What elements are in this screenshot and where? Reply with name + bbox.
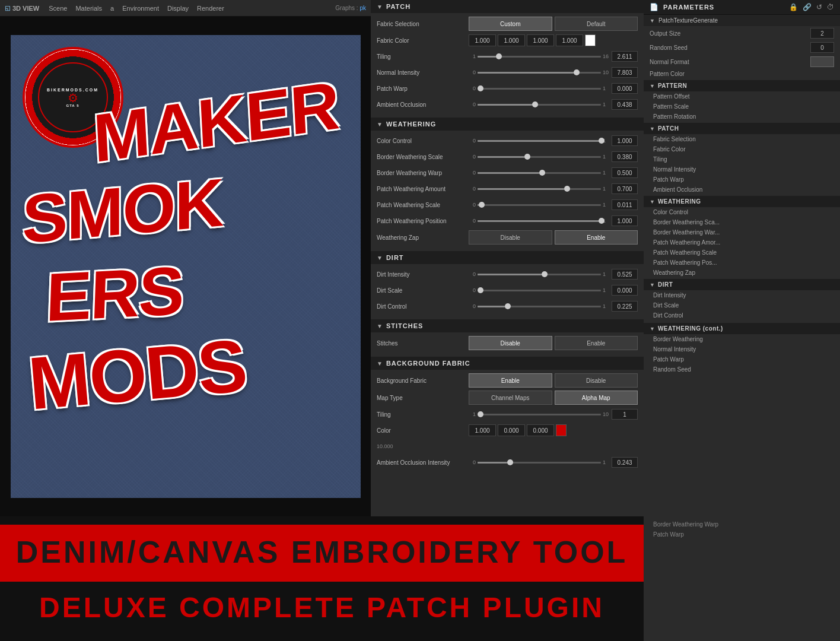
param-weather-zap[interactable]: Weathering Zap (644, 268, 840, 278)
normal-track[interactable] (478, 72, 601, 74)
normal-value[interactable]: 7.803 (612, 67, 638, 78)
bg-ambient-thumb[interactable] (507, 459, 513, 465)
patch-scale-track[interactable] (478, 204, 601, 206)
dirt-int-track[interactable] (478, 274, 601, 275)
weathering-section-header[interactable]: ▼ WEATHERING (371, 118, 644, 131)
nav-scene[interactable]: Scene (49, 5, 67, 12)
fabric-color-a[interactable] (556, 34, 583, 46)
dirt-scale-thumb[interactable] (478, 287, 483, 293)
pattern-rotation-item[interactable]: Pattern Rotation (644, 112, 840, 122)
param-normal-int[interactable]: Normal Intensity (644, 164, 840, 174)
link-icon[interactable]: 🔗 (803, 3, 812, 11)
param-normal-intensity2[interactable]: Normal Intensity (644, 344, 840, 354)
bg-tiling-track[interactable] (478, 414, 601, 415)
fabric-color-r[interactable] (469, 34, 496, 46)
stitches-section-header[interactable]: ▼ STITCHES (371, 319, 644, 332)
param-pattern-header[interactable]: ▼ PATTERN (644, 80, 840, 91)
dirt-scale-track[interactable] (478, 290, 601, 291)
nav-display[interactable]: Display (167, 5, 189, 12)
param-fabric-col[interactable]: Fabric Color (644, 144, 840, 154)
stitches-enable-btn[interactable]: Enable (555, 336, 638, 350)
dirt-int-value[interactable]: 0.525 (612, 269, 638, 280)
param-dirt-ctrl[interactable]: Dirt Control (644, 310, 840, 320)
border-scale-value[interactable]: 0.380 (612, 151, 638, 162)
bg-ambient-value[interactable]: 0.243 (612, 457, 638, 468)
border-warp-value[interactable]: 0.500 (612, 167, 638, 178)
param-patch-sca[interactable]: Patch Weathering Scale (644, 247, 840, 258)
color-ctrl-track[interactable] (478, 140, 601, 142)
border-scale-track[interactable] (478, 156, 601, 158)
param-dirt-sca[interactable]: Dirt Scale (644, 300, 840, 310)
patch-pos-value[interactable]: 1.000 (612, 215, 638, 226)
param-ambient-occ[interactable]: Ambient Occlusion (644, 185, 840, 195)
param-border-weathering[interactable]: Border Weathering (644, 334, 840, 344)
ambient-track[interactable] (478, 104, 601, 106)
param-patch-amo[interactable]: Patch Weathering Amor... (644, 237, 840, 247)
dirt-ctrl-track[interactable] (478, 306, 601, 307)
param-border-war[interactable]: Border Weathering War... (644, 227, 840, 237)
patch-amount-value[interactable]: 0.700 (612, 183, 638, 194)
patch-warp-value[interactable]: 0.000 (612, 83, 638, 94)
bg-tiling-value[interactable]: 1 (612, 409, 638, 420)
patch-pos-track[interactable] (478, 220, 601, 222)
patch-amount-thumb[interactable] (564, 186, 570, 192)
dirt-int-thumb[interactable] (542, 271, 548, 277)
fabric-color-b[interactable] (527, 34, 554, 46)
param-patch-warp[interactable]: Patch Warp (644, 174, 840, 185)
history-icon[interactable]: ⏱ (827, 3, 834, 11)
bg-color-g[interactable] (498, 424, 525, 436)
fabric-default-btn[interactable]: Default (555, 17, 638, 31)
param-patch-pos[interactable]: Patch Weathering Pos... (644, 258, 840, 268)
nav-a[interactable]: a (110, 5, 114, 12)
tiling-track[interactable] (478, 56, 601, 58)
bg-color-r[interactable] (469, 424, 496, 436)
fabric-color-g[interactable] (498, 34, 525, 46)
params-node-collapse[interactable]: ▼ (650, 18, 655, 24)
dirt-ctrl-value[interactable]: 0.225 (612, 301, 638, 312)
normal-thumb[interactable] (574, 69, 580, 75)
pattern-scale-item[interactable]: Pattern Scale (644, 101, 840, 112)
border-warp-thumb[interactable] (539, 170, 545, 176)
param-border-sca[interactable]: Border Weathering Sca... (644, 217, 840, 227)
param-tiling[interactable]: Tiling (644, 154, 840, 164)
random-seed-value[interactable]: 0 (810, 42, 834, 53)
zap-disable-btn[interactable]: Disable (469, 230, 552, 245)
border-scale-thumb[interactable] (524, 154, 530, 160)
bg-disable-btn[interactable]: Disable (555, 373, 638, 388)
border-warp-track[interactable] (478, 172, 601, 174)
dirt-ctrl-thumb[interactable] (505, 303, 511, 309)
param-dirt-header[interactable]: ▼ DIRT (644, 279, 840, 290)
refresh-icon[interactable]: ↺ (816, 3, 822, 11)
lock-icon[interactable]: 🔒 (789, 3, 798, 11)
zap-enable-btn[interactable]: Enable (555, 230, 638, 245)
nav-renderer[interactable]: Renderer (197, 5, 224, 12)
pattern-offset-item[interactable]: Pattern Offset (644, 91, 840, 101)
ambient-thumb[interactable] (532, 101, 538, 107)
patch-warp-thumb[interactable] (478, 85, 483, 91)
param-patch-header[interactable]: ▼ PATCH (644, 123, 840, 134)
stitches-disable-btn[interactable]: Disable (469, 336, 552, 350)
normal-format-value[interactable] (810, 56, 834, 67)
bg-color-b[interactable] (527, 424, 554, 436)
tiling-value[interactable]: 2.611 (612, 51, 638, 62)
bg-enable-btn[interactable]: Enable (469, 373, 552, 388)
param-bottom-2[interactable]: Patch Warp (644, 529, 840, 540)
patch-amount-track[interactable] (478, 188, 601, 190)
param-fabric-sel[interactable]: Fabric Selection (644, 134, 840, 144)
fabric-custom-btn[interactable]: Custom (469, 17, 552, 31)
dirt-section-header[interactable]: ▼ DIRT (371, 251, 644, 264)
nav-environment[interactable]: Environment (122, 5, 159, 12)
channel-maps-btn[interactable]: Channel Maps (469, 391, 552, 405)
bg-ambient-track[interactable] (478, 462, 601, 464)
color-ctrl-value[interactable]: 1.000 (612, 135, 638, 146)
patch-warp-track[interactable] (478, 88, 601, 90)
param-dirt-int[interactable]: Dirt Intensity (644, 290, 840, 300)
color-ctrl-thumb[interactable] (599, 138, 604, 144)
param-bottom-1[interactable]: Border Weathering Warp (644, 516, 840, 529)
patch-scale-value[interactable]: 0.011 (612, 199, 638, 210)
bg-tiling-thumb[interactable] (478, 411, 483, 417)
dirt-scale-value[interactable]: 0.000 (612, 285, 638, 296)
background-section-header[interactable]: ▼ BACKGROUND FABRIC (371, 357, 644, 370)
tiling-thumb[interactable] (496, 53, 502, 59)
output-size-value[interactable]: 2 (810, 28, 834, 39)
